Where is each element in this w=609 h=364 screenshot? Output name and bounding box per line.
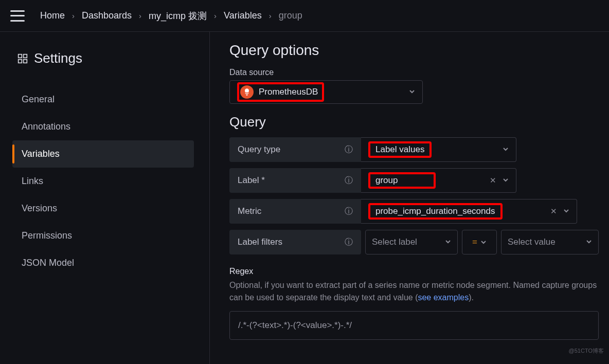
label-row: Label * ⓘ group ✕ [229,168,599,193]
sidebar-item-links[interactable]: Links [12,168,194,195]
label-field-label: Label * ⓘ [229,168,361,193]
data-source-label: Data source [229,68,599,77]
breadcrumb-home[interactable]: Home [40,10,65,21]
filter-value-select[interactable]: Select value [501,230,599,254]
breadcrumb: Home › Dashboards › my_icmp 拨测 › Variabl… [40,10,302,22]
highlight-box: Label values [368,141,432,158]
label-filters-label: Label filters ⓘ [229,230,361,254]
menu-toggle-icon[interactable] [10,10,25,22]
svg-rect-0 [19,54,22,58]
settings-sidebar: Settings GeneralAnnotationsVariablesLink… [0,32,210,364]
query-type-row: Query type ⓘ Label values [229,137,599,162]
clear-icon[interactable]: ✕ [550,207,557,216]
sidebar-item-annotations[interactable]: Annotations [12,113,194,140]
data-source-select[interactable]: PrometheusDB [229,80,423,104]
clear-icon[interactable]: ✕ [490,176,496,185]
chevron-right-icon: › [139,11,141,20]
svg-rect-1 [24,54,27,58]
regex-hint: Optional, if you want to extract part of… [229,279,599,304]
breadcrumb-dashboard-name[interactable]: my_icmp 拨测 [149,10,207,22]
regex-title: Regex [229,267,599,276]
regex-section: Regex Optional, if you want to extract p… [229,267,599,340]
chevron-down-icon [480,239,487,245]
metric-row: Metric ⓘ probe_icmp_duration_seconds ✕ [229,199,599,224]
chevron-down-icon [409,87,415,97]
metric-select[interactable]: probe_icmp_duration_seconds ✕ [361,199,577,224]
main-content: Query options Data source PrometheusDB Q… [210,32,609,364]
chevron-down-icon [503,145,509,154]
svg-rect-3 [24,59,27,63]
sidebar-item-variables[interactable]: Variables [12,140,194,168]
filter-label-select[interactable]: Select label [365,230,458,254]
highlight-box: probe_icmp_duration_seconds [368,203,503,220]
settings-title: Settings [34,50,82,66]
highlight-box: group [368,172,436,189]
topbar: Home › Dashboards › my_icmp 拨测 › Variabl… [0,0,609,32]
breadcrumb-current: group [279,10,302,21]
chevron-down-icon [503,176,509,185]
regex-examples-link[interactable]: see examples [418,293,469,302]
chevron-right-icon: › [72,11,75,20]
info-icon[interactable]: ⓘ [345,175,353,186]
chevron-down-icon [445,238,451,247]
watermark: @51CTO博客 [569,347,604,355]
chevron-right-icon: › [214,11,217,20]
filter-operator-select[interactable]: = [462,230,497,254]
settings-heading: Settings [17,50,209,66]
label-select[interactable]: group ✕ [361,168,516,193]
breadcrumb-dashboards[interactable]: Dashboards [82,10,132,21]
sidebar-item-general[interactable]: General [12,86,194,113]
chevron-down-icon [586,238,592,247]
chevron-down-icon [563,207,569,216]
data-source-value: PrometheusDB [259,87,318,97]
label-filters-row: Label filters ⓘ Select label = Select va… [229,230,599,254]
info-icon[interactable]: ⓘ [345,206,353,217]
apps-icon [17,53,28,64]
query-type-label: Query type ⓘ [229,137,361,162]
chevron-right-icon: › [269,11,272,20]
query-type-select[interactable]: Label values [361,137,516,162]
regex-input[interactable]: /.*-(?<text>.*)-(?<value>.*)-.*/ [229,311,599,340]
info-icon[interactable]: ⓘ [345,237,353,248]
query-options-heading: Query options [229,42,599,59]
sidebar-item-permissions[interactable]: Permissions [12,222,194,249]
query-heading: Query [229,114,599,130]
sidebar-item-json-model[interactable]: JSON Model [12,249,194,277]
breadcrumb-variables[interactable]: Variables [224,10,262,21]
highlight-box: PrometheusDB [237,82,324,102]
sidebar-item-versions[interactable]: Versions [12,195,194,222]
prometheus-icon [240,85,254,99]
svg-rect-2 [19,59,22,63]
info-icon[interactable]: ⓘ [345,144,353,155]
metric-label: Metric ⓘ [229,199,361,224]
